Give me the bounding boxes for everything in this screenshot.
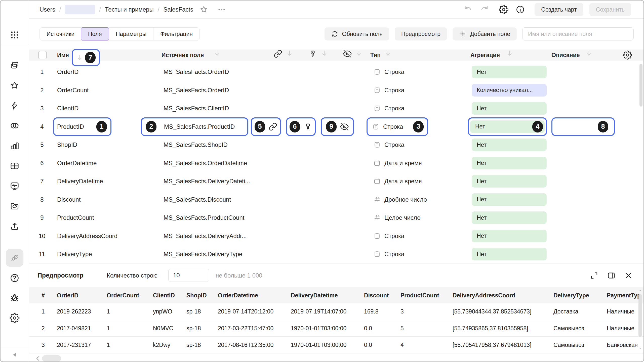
sort-arrow-icon[interactable] [320, 50, 328, 57]
field-source: MS_SalesFacts.ProductCount [164, 209, 244, 227]
stacked-objects-icon[interactable] [10, 60, 20, 70]
callout-field-name[interactable]: ProductID 1 [53, 117, 111, 136]
preview-vertical-scrollbar[interactable] [638, 289, 642, 350]
tab-fields[interactable]: Поля [81, 27, 109, 40]
field-aggregation[interactable]: Нет [472, 245, 547, 263]
callout-description[interactable]: 8 [551, 117, 615, 136]
fields-vertical-scrollbar[interactable] [639, 64, 642, 107]
monitor-pulse-icon[interactable] [10, 181, 20, 191]
field-row-ordercount[interactable]: 2 OrderCount MS_SalesFacts.OrderID Строк… [29, 81, 639, 100]
field-row-shopid[interactable]: 5 ShopID MS_SalesFacts.ShopID Строка Нет [29, 136, 639, 154]
field-type[interactable]: Строка [373, 136, 404, 154]
field-aggregation[interactable]: Нет [472, 227, 547, 245]
callout-aggregation[interactable]: Нет 4 [468, 117, 547, 136]
datalens-logo-icon[interactable] [7, 6, 22, 21]
scroll-up-icon[interactable] [638, 289, 642, 293]
field-row-orderdatetime[interactable]: 6 OrderDatetime MS_SalesFacts.OrderDatet… [29, 154, 639, 172]
bug-report-icon[interactable] [10, 293, 20, 303]
close-icon[interactable] [624, 271, 633, 280]
favorites-star-icon[interactable] [10, 80, 20, 90]
preview-horizontal-scrollbar[interactable] [29, 354, 643, 362]
connections-plug-icon[interactable] [6, 249, 23, 267]
callout-badge-2: 2 [146, 121, 156, 132]
aggregation-pill: Нет [472, 157, 547, 169]
row-number: 2 [36, 81, 48, 100]
field-type[interactable]: Дата и время [373, 172, 422, 191]
scroll-down-icon[interactable] [638, 346, 642, 350]
column-header-type[interactable]: Тип [370, 50, 381, 61]
cell: 0.0 [364, 320, 372, 337]
settings-gear-icon[interactable] [10, 313, 20, 323]
field-type[interactable]: Строка [373, 245, 404, 263]
field-aggregation[interactable]: Нет [472, 154, 547, 172]
row-number: 9 [36, 209, 48, 227]
callout-field-source[interactable]: 2 MS_SalesFacts.ProductID [141, 117, 248, 136]
sort-arrow-icon[interactable] [355, 50, 363, 57]
field-aggregation[interactable]: Количество уникал... [472, 81, 547, 100]
cell: 0.0 [364, 337, 372, 353]
callout-hidden[interactable]: 9 [321, 117, 354, 136]
column-header-description[interactable]: Описание [551, 50, 580, 61]
sort-arrow-icon[interactable] [213, 50, 221, 57]
eye-off-column-icon[interactable] [343, 50, 352, 58]
field-row-productcount[interactable]: 9 ProductCount MS_SalesFacts.ProductCoun… [29, 209, 639, 227]
field-aggregation[interactable]: Нет [472, 172, 547, 191]
column-header-aggregation[interactable]: Агрегация [470, 50, 500, 61]
sort-arrow-icon[interactable] [286, 50, 293, 57]
row-count-input[interactable] [168, 269, 209, 282]
key-icon[interactable] [304, 122, 312, 131]
sidebar-collapse[interactable] [1, 348, 29, 361]
field-row-discount[interactable]: 8 Discount MS_SalesFacts.Discount Дробно… [29, 191, 639, 209]
expand-icon[interactable] [590, 271, 599, 280]
scrollbar-thumb[interactable] [42, 355, 61, 362]
fields-table-header: Имя 7 Источник поля Тип Агрегация Описан… [29, 50, 643, 61]
upload-icon[interactable] [10, 221, 20, 231]
callout-field-type[interactable]: Строка 3 [367, 117, 428, 136]
field-type[interactable]: Дата и время [373, 154, 422, 172]
field-row-clientid[interactable]: 3 ClientID MS_SalesFacts.ClientID Строка… [29, 99, 639, 118]
callout-key[interactable]: 6 [286, 117, 316, 136]
cloud-folder-icon[interactable] [10, 201, 20, 211]
sort-arrow-icon[interactable] [585, 50, 593, 57]
field-row-deliveryaddresscoord[interactable]: 10 DeliveryAddressCoord MS_SalesFacts.De… [29, 227, 639, 245]
sort-arrow-icon[interactable] [506, 50, 513, 57]
charts-bar-icon[interactable] [10, 141, 20, 151]
key-column-icon[interactable] [308, 50, 317, 58]
select-all-checkbox[interactable] [38, 51, 47, 59]
field-aggregation[interactable]: Нет [472, 209, 547, 227]
eye-off-icon[interactable] [340, 122, 349, 131]
field-type[interactable]: Строка [373, 227, 404, 245]
type-calendar-icon [373, 177, 381, 185]
callout-link[interactable]: 5 [251, 117, 281, 136]
column-header-name[interactable]: Имя [57, 50, 69, 61]
datasets-circles-icon[interactable] [10, 121, 20, 131]
field-type[interactable]: Строка [373, 63, 404, 81]
app-window: Users / / Тесты и примеры / SalesFacts С… [0, 0, 644, 362]
link-icon[interactable] [269, 122, 277, 131]
field-aggregation[interactable]: Нет [472, 191, 547, 209]
scrollbar-thumb[interactable] [638, 294, 642, 337]
help-icon[interactable] [10, 273, 20, 283]
scroll-left-icon[interactable] [34, 355, 42, 362]
sort-arrow-icon[interactable] [384, 50, 392, 57]
main-area: Users / / Тесты и примеры / SalesFacts С… [29, 1, 643, 361]
dashboards-grid-icon[interactable] [10, 161, 20, 171]
field-row-orderid[interactable]: 1 OrderID MS_SalesFacts.OrderID Строка Н… [29, 63, 639, 81]
field-aggregation[interactable]: Нет [472, 136, 547, 154]
field-row-deliverydatetime[interactable]: 7 DeliveryDatetime MS_SalesFacts.Deliver… [29, 172, 639, 191]
table-settings-gear-icon[interactable] [623, 51, 632, 60]
field-aggregation[interactable]: Нет [472, 99, 547, 118]
sort-arrow-icon[interactable] [76, 54, 84, 61]
column-header-source[interactable]: Источник поля [162, 50, 204, 61]
lightning-icon[interactable] [10, 101, 20, 111]
services-grid-icon[interactable] [10, 30, 20, 40]
field-type[interactable]: Строка [373, 99, 404, 118]
link-column-icon[interactable] [274, 50, 282, 58]
field-type[interactable]: Дробное число [373, 191, 427, 209]
field-type[interactable]: Целое число [373, 209, 420, 227]
field-aggregation[interactable]: Нет [472, 63, 547, 81]
split-view-icon[interactable] [607, 271, 616, 280]
field-type[interactable]: Строка [373, 81, 404, 100]
field-row-productid[interactable]: 4 ProductID 1 2 MS_SalesFacts.ProductID … [29, 118, 639, 136]
field-row-deliverytype[interactable]: 11 DeliveryType MS_SalesFacts.DeliveryTy… [29, 245, 639, 263]
